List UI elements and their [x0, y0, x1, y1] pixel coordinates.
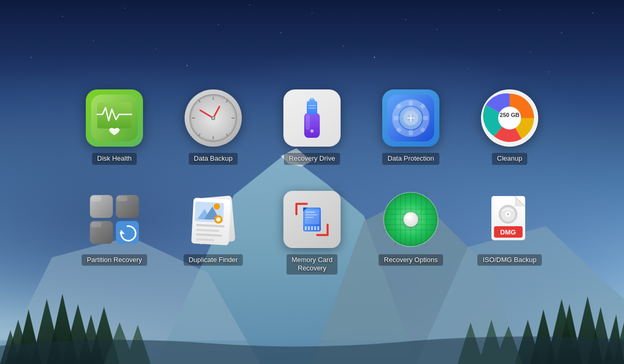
app-item-partition-recovery[interactable]: Partition Recovery [81, 191, 148, 266]
app-row-1: Disk Health [81, 89, 543, 165]
data-protection-icon [382, 89, 439, 147]
disk-health-icon [86, 89, 143, 147]
data-backup-label: Data Backup [189, 153, 238, 165]
svg-rect-63 [310, 98, 314, 100]
recovery-drive-label: Recovery Drive [284, 153, 341, 165]
svg-rect-64 [308, 105, 316, 106]
svg-point-143 [507, 213, 509, 215]
svg-rect-115 [306, 214, 317, 215]
app-item-duplicate-finder[interactable]: Duplicate Finder [179, 191, 247, 266]
app-item-recovery-options[interactable]: Recovery Options [377, 191, 445, 266]
svg-point-84 [498, 107, 521, 129]
duplicate-finder-label: Duplicate Finder [184, 254, 243, 266]
cleanup-icon: 250 GB [481, 89, 538, 147]
app-row-2: Partition Recovery [81, 191, 543, 275]
svg-point-130 [404, 212, 418, 227]
svg-rect-74 [409, 130, 413, 135]
svg-rect-66 [306, 114, 310, 130]
svg-rect-111 [314, 226, 316, 230]
iso-dmg-backup-icon: DMG [481, 191, 538, 248]
app-grid: Disk Health [0, 0, 624, 364]
app-item-cleanup[interactable]: 250 GB Cleanup [476, 89, 543, 165]
recovery-options-label: Recovery Options [379, 254, 443, 266]
recovery-drive-icon [283, 89, 341, 147]
app-item-memory-card-recovery[interactable]: Memory Card Recovery [278, 191, 346, 275]
svg-rect-91 [91, 196, 101, 201]
app-item-disk-health[interactable]: Disk Health [81, 89, 148, 165]
partition-recovery-label: Partition Recovery [82, 254, 147, 266]
app-item-data-backup[interactable]: Data Backup [179, 89, 247, 165]
iso-dmg-backup-label: ISO/DMG Backup [477, 254, 541, 266]
svg-rect-110 [311, 226, 313, 230]
svg-rect-92 [117, 196, 127, 201]
recovery-options-icon [382, 191, 439, 248]
svg-point-67 [310, 129, 314, 133]
data-backup-icon [185, 89, 242, 147]
partition-recovery-icon [86, 191, 143, 248]
svg-rect-76 [423, 116, 428, 120]
svg-text:250 GB: 250 GB [500, 112, 519, 118]
svg-rect-93 [91, 222, 101, 227]
svg-rect-109 [308, 226, 310, 230]
app-item-iso-dmg-backup[interactable]: DMG ISO/DMG Backup [476, 191, 543, 266]
svg-rect-65 [308, 108, 316, 109]
app-item-data-protection[interactable]: Data Protection [377, 89, 445, 165]
svg-point-131 [406, 214, 411, 219]
svg-rect-108 [305, 226, 307, 230]
memory-card-recovery-label: Memory Card Recovery [287, 254, 338, 275]
duplicate-finder-icon [185, 191, 242, 248]
app-item-recovery-drive[interactable]: Recovery Drive [278, 89, 346, 165]
cleanup-label: Cleanup [492, 153, 527, 165]
data-protection-label: Data Protection [382, 153, 439, 165]
svg-text:DMG: DMG [500, 228, 516, 236]
svg-rect-73 [409, 101, 413, 106]
svg-point-58 [212, 117, 214, 119]
disk-health-label: Disk Health [92, 153, 137, 165]
svg-rect-114 [306, 212, 315, 213]
svg-rect-75 [394, 116, 399, 120]
svg-rect-112 [317, 226, 319, 230]
memory-card-recovery-icon [283, 191, 341, 248]
svg-rect-116 [306, 217, 314, 218]
